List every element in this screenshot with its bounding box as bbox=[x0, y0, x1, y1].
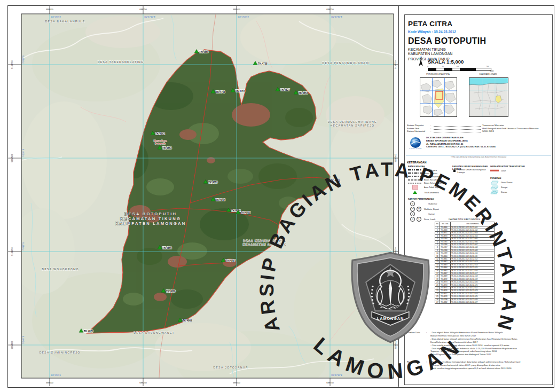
area-tidak-sepakat-swatch bbox=[412, 185, 418, 190]
legend-item-label: Batas Negara bbox=[424, 169, 437, 171]
village-title: DESA BOTOPUTIH bbox=[408, 36, 486, 46]
svg-text:9194250: 9194250 bbox=[11, 247, 13, 255]
map-village-label: DESA PENGUMBULANADI bbox=[323, 61, 370, 65]
tk-marker: TK.4865 bbox=[236, 210, 250, 214]
riwayat-peta-section: Riwayat Peta : - Peta Citra ini dibuat m… bbox=[407, 360, 550, 370]
fasilitas-umum-icon bbox=[453, 170, 456, 172]
legend-item-label: Garis Pantai bbox=[501, 181, 512, 184]
tk-marker: TK.4883 bbox=[203, 180, 218, 184]
kantor-letter-badge: D bbox=[410, 217, 415, 222]
tk-marker-label: TK.4862 bbox=[155, 132, 165, 135]
svg-text:688000: 688000 bbox=[46, 381, 53, 384]
tk-marker-label: TK.4864 bbox=[216, 199, 225, 201]
col-no: No. bbox=[435, 222, 440, 226]
tk-marker-label: TK.4871 bbox=[331, 179, 340, 182]
kartometrik-table-body: 1TK.4866TK.35.24.23.2012-0.23.20.12.0012… bbox=[435, 226, 495, 304]
publisher-line: CIBINONG 16911 - BOGOR) TLP. (021) 87520… bbox=[426, 145, 552, 148]
sumber-data-lines: - Data digital Batas Wilayah Administras… bbox=[430, 331, 550, 356]
row-titik: TK.4882 bbox=[440, 301, 451, 304]
publisher-block: DICETAK DAN DITERBITKAN OLEH: BADAN INFO… bbox=[426, 136, 552, 148]
satellite-map: 688000 688250 688500 688750 688000 68825… bbox=[7, 5, 399, 387]
kecamatan-line: KECAMATAN TIKUNG bbox=[408, 48, 446, 51]
kabupaten-line: KABUPATEN LAMONGAN bbox=[408, 52, 452, 56]
scale-tick: 200 bbox=[486, 66, 489, 68]
svg-text:688750: 688750 bbox=[326, 381, 334, 384]
legend-title: KETERANGAN bbox=[407, 161, 427, 164]
tk-marker: TK.4867 bbox=[221, 258, 236, 262]
proj-value: Transverse Mercator bbox=[482, 124, 504, 127]
proj-label: Datum Horizontal bbox=[407, 130, 430, 132]
legend-item-label: Camat bbox=[428, 213, 434, 215]
kartometrik-row: 27TK.4882TK.35.24.23.2012-0.23.20.12.027 bbox=[435, 301, 495, 304]
svg-text:688500: 688500 bbox=[233, 381, 240, 384]
kantor-letter-badge: B bbox=[417, 207, 421, 211]
tk-marker-label: TK.4863 bbox=[162, 147, 172, 150]
tk-marker-label: TK.4868 bbox=[166, 290, 176, 293]
scale-bar: 0 50 100 200 Meter bbox=[428, 68, 503, 73]
svg-text:112°17'20" E: 112°17'20" E bbox=[238, 16, 249, 18]
tk-marker-label: TK.4884 bbox=[231, 209, 241, 212]
tk-marker: TK.4866 bbox=[158, 246, 172, 249]
kartometrik-table: No. No. Titik Titik Kartometrik 1TK.4866… bbox=[435, 222, 495, 304]
col-titik-kartometrik: Titik Kartometrik bbox=[451, 222, 495, 226]
legend-infra-title: INFRASTRUKTUR TRANSPORTASI bbox=[490, 165, 525, 168]
titik-kartometrik-icon bbox=[413, 191, 417, 194]
projection-info: Sistem Proyeksi : Transverse Mercator Si… bbox=[407, 123, 552, 132]
svg-text:7°9'10" S: 7°9'10" S bbox=[22, 55, 25, 64]
kantor-letter-badge: G bbox=[410, 201, 415, 206]
svg-text:U: U bbox=[420, 56, 422, 59]
map-poi-label: Kantor DesaBotoputih bbox=[154, 139, 167, 145]
tk-marker: TK.4871 bbox=[326, 178, 340, 182]
map-village-label: DESA BAKALANPULE bbox=[45, 20, 85, 23]
svg-text:9194500: 9194500 bbox=[394, 153, 397, 162]
map-village-label: DESA WONOKROMO bbox=[42, 268, 79, 271]
tk-marker: TK.4864 bbox=[211, 198, 225, 201]
tk-marker-label: TK.4763 bbox=[216, 91, 225, 93]
legend-item-label: Batas Provinsi bbox=[424, 172, 437, 175]
tk-marker-label: TK.4827 bbox=[280, 89, 290, 91]
kantor-letter-badge: L bbox=[417, 217, 421, 222]
legend-jalan-row: Jalan bbox=[490, 169, 506, 172]
legend-item-label: Fasilitas Umum dan Bangunan Lainnya bbox=[458, 168, 491, 174]
svg-text:9194750: 9194750 bbox=[394, 60, 397, 68]
tk-marker: TK.4869 bbox=[178, 318, 192, 322]
svg-text:112°17'10" E: 112°17'10" E bbox=[144, 16, 156, 18]
riwayat-peta-label: Riwayat Peta bbox=[407, 360, 426, 370]
svg-text:7°9'30" S: 7°9'30" S bbox=[22, 242, 25, 250]
col-no-titik: No. Titik bbox=[440, 222, 451, 226]
tk-marker-label: TK.4866 bbox=[162, 247, 172, 249]
map-village-label: DESA TAKERANKLATING bbox=[98, 60, 144, 64]
svg-text:BADAN INFORMASI GEOSPASIAL: BADAN INFORMASI GEOSPASIAL bbox=[409, 148, 422, 149]
legend-batas-title: BATAS WILAYAH bbox=[408, 165, 425, 168]
map-village-label: DESA GUMININGREJO bbox=[39, 351, 80, 354]
legend-kantor-title: KANTOR PEMERINTAHAN bbox=[408, 198, 434, 200]
legend-item-label: Walikota, Bupati bbox=[424, 208, 439, 210]
doc-type-title: PETA CITRA bbox=[408, 20, 453, 28]
svg-text:9194000: 9194000 bbox=[394, 340, 397, 349]
svg-text:112°17'30" E: 112°17'30" E bbox=[331, 374, 343, 377]
legend-item-label: Jalan bbox=[501, 169, 506, 172]
svg-text:9194750: 9194750 bbox=[11, 60, 13, 68]
big-logo: BADAN INFORMASI GEOSPASIAL bbox=[409, 137, 422, 150]
tk-marker-label: TK.4883 bbox=[208, 181, 218, 184]
legend-item-label: Desa, Lurah bbox=[424, 218, 435, 221]
tk-marker: TK.4863 bbox=[158, 146, 172, 150]
tk-marker-label: TK.4853 bbox=[299, 92, 308, 95]
note-line: - Hasil Digitasi Unsur Transportasi dan … bbox=[430, 353, 550, 356]
tk-marker-label: TK.4870 bbox=[84, 330, 93, 333]
scale-tick: 50 bbox=[442, 66, 443, 68]
map-village-label: DESA JOTOSANUR bbox=[213, 366, 248, 369]
north-arrow-icon: U bbox=[417, 56, 425, 67]
notes-block: Sumber Data : - Data digital Batas Wilay… bbox=[407, 331, 550, 370]
sumber-data-section: Sumber Data : - Data digital Batas Wilay… bbox=[407, 331, 550, 356]
row-kartometrik: TK.35.24.23.2012-0.23.20.12.027 bbox=[451, 301, 495, 304]
tk-marker-label: TK.4860 bbox=[199, 51, 209, 53]
scale-label: SKALA 1:5,000 bbox=[428, 59, 464, 65]
map-center-label: DESA BOTOPUTIHKECAMATAN TIKUNGKABUPATEN … bbox=[115, 211, 186, 226]
legend-item-label: Area Tidak Sepakat bbox=[424, 186, 442, 189]
legend-batas-items: Batas Negara Batas Provinsi Batas Kabupa… bbox=[408, 168, 445, 185]
proj-value: SRGI 2013 bbox=[482, 130, 494, 132]
legend-item-label: Batas Kecamatan bbox=[424, 178, 441, 181]
scale-tick: 100 bbox=[456, 66, 459, 68]
inset-left-title: PETUNJUK LETAK PETA bbox=[420, 73, 456, 75]
